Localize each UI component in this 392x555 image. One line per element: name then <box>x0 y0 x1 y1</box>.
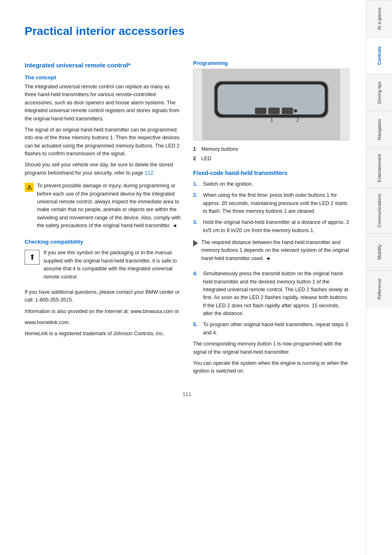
sidebar-tab-communications[interactable]: Communications <box>366 188 392 233</box>
sidebar-tab-at-a-glance[interactable]: At a glance <box>366 0 392 37</box>
section-heading-integrated: Integrated universal remote control* <box>25 62 181 69</box>
homelink-icon: ⬆ <box>25 250 39 265</box>
two-col-layout: Integrated universal remote control* The… <box>25 54 349 379</box>
concluding-text-2: You can operate the system when the engi… <box>193 359 349 375</box>
svg-text:2: 2 <box>296 117 299 123</box>
image-legend: 1 Memory buttons 2 LED <box>193 145 349 163</box>
sidebar-tab-entertainment[interactable]: Entertainment <box>366 148 392 188</box>
sidebar-tab-navigation[interactable]: Navigation <box>366 111 392 148</box>
sidebar-tab-mobility[interactable]: Mobility <box>366 233 392 270</box>
step-3: 3. Hold the original hand-held transmitt… <box>193 219 349 235</box>
svg-rect-5 <box>282 108 293 114</box>
legend-item-2: 2 LED <box>193 155 349 163</box>
warning-text: To prevent possible damage or injury, du… <box>37 182 181 230</box>
svg-rect-3 <box>255 108 266 114</box>
sidebar-tab-controls[interactable]: Controls <box>366 37 392 74</box>
sidebar-tab-reference[interactable]: Reference <box>366 270 392 307</box>
svg-rect-4 <box>268 108 280 114</box>
concept-text-3: Should you sell your vehicle one day, be… <box>25 161 181 177</box>
svg-text:1: 1 <box>270 117 273 123</box>
page-container: Practical interior accessories Integrate… <box>0 0 392 555</box>
note-text: The required distance between the hand-h… <box>201 239 349 263</box>
sub-heading-checking: Checking compatibility <box>25 239 181 245</box>
concluding-text-1: The corresponding memory button 1 is now… <box>193 340 349 356</box>
sidebar: At a glance Controls Driving tips Naviga… <box>366 0 392 555</box>
sub-heading-concept: The concept <box>25 74 181 81</box>
compat-text-3: Information is also provided on the Inte… <box>25 308 181 315</box>
compat-text-4: www.homelink.com. <box>25 319 181 327</box>
note-box: The required distance between the hand-h… <box>193 239 349 266</box>
step-5: 5. To program other original hand-held t… <box>193 321 349 337</box>
left-column: Integrated universal remote control* The… <box>25 54 181 379</box>
compat-text-1: If you see this symbol on the packaging … <box>44 249 181 281</box>
triangle-icon <box>193 240 198 246</box>
warning-box: ⚠ To prevent possible damage or injury, … <box>25 182 181 233</box>
rearview-mirror-image: 2 1 <box>193 69 349 140</box>
step-1: 1. Switch on the ignition. <box>193 180 349 188</box>
svg-point-6 <box>294 109 297 113</box>
right-column: Programming <box>193 54 349 379</box>
steps-list: 1. Switch on the ignition. 2. When using… <box>193 180 349 235</box>
step-2: 2. When using for the first time: press … <box>193 191 349 215</box>
concept-text-2: The signal of an original hand-held tran… <box>25 126 181 158</box>
step-4: 4. Simultaneously press the transmit but… <box>193 270 349 318</box>
page-number: 111 <box>25 391 349 397</box>
compat-text-2: If you have additional questions, please… <box>25 288 181 304</box>
page-title: Practical interior accessories <box>25 25 349 42</box>
warning-icon: ⚠ <box>25 183 34 192</box>
sidebar-tab-driving-tips[interactable]: Driving tips <box>366 74 392 111</box>
compat-box: ⬆ If you see this symbol on the packagin… <box>25 249 181 284</box>
compat-text-5: HomeLink is a registered trademark of Jo… <box>25 330 181 338</box>
concept-text-1: The integrated universal remote control … <box>25 83 181 123</box>
steps-list-cont: 4. Simultaneously press the transmit but… <box>193 270 349 337</box>
programming-heading: Programming <box>193 60 349 66</box>
legend-item-1: 1 Memory buttons <box>193 145 349 153</box>
fixed-code-heading: Fixed-code hand-held transmitters <box>193 170 349 176</box>
main-content: Practical interior accessories Integrate… <box>0 0 366 555</box>
